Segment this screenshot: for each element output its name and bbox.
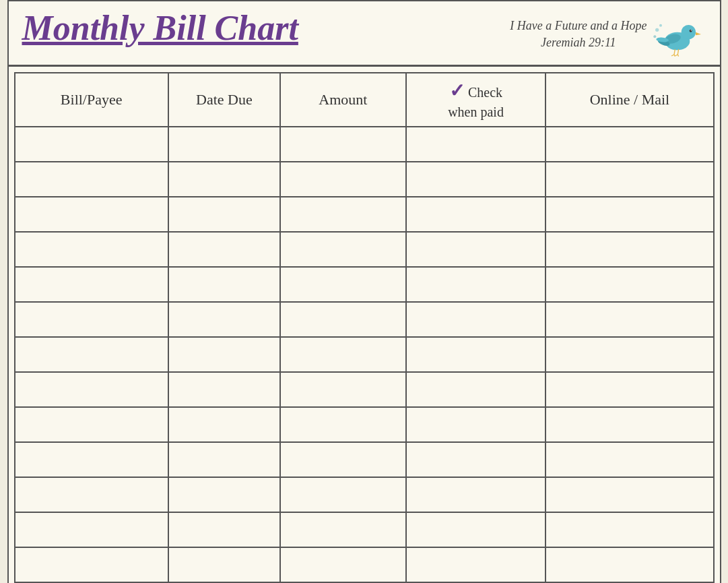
table-cell[interactable] <box>280 232 406 267</box>
table-cell[interactable] <box>545 267 713 302</box>
table-cell[interactable] <box>168 547 280 582</box>
table-cell[interactable] <box>168 232 280 267</box>
table-cell[interactable] <box>280 267 406 302</box>
svg-point-14 <box>655 28 659 32</box>
table-cell[interactable] <box>406 547 546 582</box>
table-cell[interactable] <box>545 407 713 442</box>
svg-point-15 <box>659 24 662 27</box>
table-cell[interactable] <box>15 127 168 162</box>
table-cell[interactable] <box>545 512 713 547</box>
svg-line-12 <box>675 55 677 56</box>
table-cell[interactable] <box>406 267 546 302</box>
table-row[interactable] <box>15 477 714 512</box>
table-cell[interactable] <box>406 512 546 547</box>
table-row[interactable] <box>15 127 714 162</box>
table-cell[interactable] <box>168 197 280 232</box>
table-cell[interactable] <box>15 442 168 477</box>
table-cell[interactable] <box>15 162 168 197</box>
table-row[interactable] <box>15 372 714 407</box>
table-cell[interactable] <box>545 232 713 267</box>
table-cell[interactable] <box>15 267 168 302</box>
table-cell[interactable] <box>15 232 168 267</box>
svg-line-8 <box>674 49 675 55</box>
table-cell[interactable] <box>545 477 713 512</box>
table-cell[interactable] <box>280 127 406 162</box>
table-row[interactable] <box>15 302 714 337</box>
table-cell[interactable] <box>280 547 406 582</box>
table-row[interactable] <box>15 232 714 267</box>
table-cell[interactable] <box>15 197 168 232</box>
table-cell[interactable] <box>280 442 406 477</box>
table-cell[interactable] <box>406 337 546 372</box>
table-row[interactable] <box>15 267 714 302</box>
table-cell[interactable] <box>15 477 168 512</box>
table-cell[interactable] <box>168 302 280 337</box>
table-row[interactable] <box>15 512 714 547</box>
table-cell[interactable] <box>545 162 713 197</box>
table-row[interactable] <box>15 407 714 442</box>
table-cell[interactable] <box>280 197 406 232</box>
table-cell[interactable] <box>406 162 546 197</box>
table-cell[interactable] <box>545 372 713 407</box>
col-header-date-due: Date Due <box>168 73 280 127</box>
table-cell[interactable] <box>280 407 406 442</box>
table-cell[interactable] <box>168 442 280 477</box>
table-cell[interactable] <box>168 267 280 302</box>
table-cell[interactable] <box>168 162 280 197</box>
svg-marker-2 <box>696 32 701 36</box>
table-cell[interactable] <box>406 197 546 232</box>
svg-line-10 <box>671 55 674 56</box>
svg-point-3 <box>689 30 692 32</box>
table-row[interactable] <box>15 442 714 477</box>
table-cell[interactable] <box>280 337 406 372</box>
table-cell[interactable] <box>406 372 546 407</box>
table-cell[interactable] <box>168 337 280 372</box>
title: Monthly Bill Chart <box>22 11 298 46</box>
table-cell[interactable] <box>168 477 280 512</box>
tagline: I Have a Future and a Hope Jeremiah 29:1… <box>510 18 647 51</box>
table-cell[interactable] <box>15 407 168 442</box>
table-cell[interactable] <box>15 337 168 372</box>
table-cell[interactable] <box>280 512 406 547</box>
table-cell[interactable] <box>15 372 168 407</box>
table-cell[interactable] <box>406 442 546 477</box>
svg-point-1 <box>681 25 695 39</box>
col-header-bill-payee: Bill/Payee <box>15 73 168 127</box>
table-cell[interactable] <box>406 477 546 512</box>
table-cell[interactable] <box>406 302 546 337</box>
table-cell[interactable] <box>280 302 406 337</box>
col-header-online-mail: Online / Mail <box>545 73 713 127</box>
table-cell[interactable] <box>168 127 280 162</box>
table-cell[interactable] <box>280 162 406 197</box>
table-row[interactable] <box>15 197 714 232</box>
table-cell[interactable] <box>406 127 546 162</box>
header-info: I Have a Future and a Hope Jeremiah 29:1… <box>510 11 706 58</box>
col-header-amount: Amount <box>280 73 406 127</box>
table-container: Bill/Payee Date Due Amount ✓ Checkwhen p… <box>9 67 720 583</box>
table-cell[interactable] <box>545 302 713 337</box>
table-cell[interactable] <box>545 127 713 162</box>
table-cell[interactable] <box>15 302 168 337</box>
table-row[interactable] <box>15 337 714 372</box>
table-cell[interactable] <box>168 407 280 442</box>
table-cell[interactable] <box>168 512 280 547</box>
table-cell[interactable] <box>406 232 546 267</box>
table-cell[interactable] <box>15 512 168 547</box>
bird-illustration <box>653 11 706 58</box>
table-cell[interactable] <box>15 547 168 582</box>
table-cell[interactable] <box>406 407 546 442</box>
tagline-line1: I Have a Future and a Hope <box>510 18 647 34</box>
table-cell[interactable] <box>545 547 713 582</box>
table-cell[interactable] <box>545 337 713 372</box>
table-cell[interactable] <box>280 372 406 407</box>
svg-line-13 <box>677 55 678 57</box>
table-cell[interactable] <box>280 477 406 512</box>
table-cell[interactable] <box>168 372 280 407</box>
table-row[interactable] <box>15 162 714 197</box>
svg-point-16 <box>653 35 656 38</box>
table-cell[interactable] <box>545 442 713 477</box>
col-header-check-when-paid: ✓ Checkwhen paid <box>406 73 546 127</box>
table-row[interactable] <box>15 547 714 582</box>
bill-table: Bill/Payee Date Due Amount ✓ Checkwhen p… <box>14 72 715 583</box>
table-cell[interactable] <box>545 197 713 232</box>
